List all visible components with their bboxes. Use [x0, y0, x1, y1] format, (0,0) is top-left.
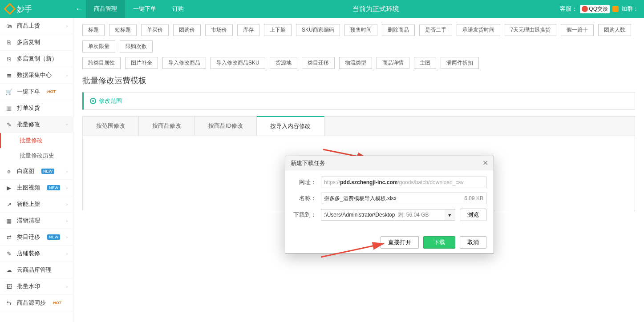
tag[interactable]: SKU商家编码 — [296, 24, 340, 36]
tag[interactable]: 单次限量 — [82, 40, 115, 52]
sidebar-item-1[interactable]: ⎘多店复制 — [0, 34, 73, 51]
sidebar-icon: 🖼 — [5, 283, 12, 290]
tag[interactable]: 团购价 — [173, 24, 201, 36]
sidebar-icon: ▥ — [5, 105, 12, 112]
svg-line-2 — [321, 244, 383, 257]
nav-order[interactable]: 一键下单 — [125, 0, 164, 18]
close-icon[interactable]: ✕ — [482, 156, 488, 170]
new-badge: NEW — [47, 185, 60, 190]
tag[interactable]: 承诺发货时间 — [457, 24, 500, 36]
sidebar-icon: ✎ — [5, 121, 12, 128]
name-label: 名称： — [292, 194, 316, 202]
sidebar-icon: 🛍 — [5, 23, 12, 29]
sidebar-item-4[interactable]: 🛒一键下单HOT — [0, 84, 73, 100]
tag[interactable]: 假一赔十 — [561, 24, 594, 36]
download-dialog: 新建下载任务 ✕ 网址： https://pdd.szchengji-inc.c… — [285, 156, 494, 254]
tag[interactable]: 货源地 — [270, 57, 297, 69]
target-icon — [90, 98, 96, 104]
sidebar-item-13[interactable]: ☁云商品库管理 — [0, 262, 73, 278]
sidebar-icon: ✎ — [5, 250, 12, 257]
tag[interactable]: 主图 — [414, 57, 436, 69]
chevron-down-icon: ▾ — [448, 212, 451, 218]
tag[interactable]: 标题 — [82, 24, 105, 36]
tab-2[interactable]: 按商品ID修改 — [195, 117, 257, 136]
nav-products[interactable]: 商品管理 — [86, 0, 125, 18]
sidebar-subitem-0[interactable]: 批量修改 — [0, 133, 73, 148]
sidebar-item-15[interactable]: ⇆商品源同步HOT — [0, 295, 73, 311]
tag[interactable]: 导入修改商品 — [162, 57, 206, 69]
dialog-title: 新建下载任务 — [291, 156, 325, 170]
env-label: 当前为正式环境 — [192, 5, 560, 13]
group-label: 加群： — [621, 5, 639, 13]
hot-badge: HOT — [47, 89, 56, 94]
chevron-right-icon: › — [66, 24, 68, 28]
tag[interactable]: 删除商品 — [382, 24, 415, 36]
tab-3[interactable]: 按导入内容修改 — [257, 116, 324, 136]
tab-1[interactable]: 按商品修改 — [139, 117, 195, 136]
chevron-right-icon: › — [66, 169, 68, 174]
tag[interactable]: 单买价 — [141, 24, 169, 36]
tag[interactable]: 图片补全 — [125, 57, 158, 69]
section-scope: 修改范围 — [82, 92, 635, 110]
sidebar-icon: ⌾ — [5, 168, 12, 175]
sidebar-item-12[interactable]: ✎店铺装修› — [0, 246, 73, 262]
tag[interactable]: 物流类型 — [339, 57, 372, 69]
sidebar-icon: ≣ — [5, 72, 12, 79]
tag[interactable]: 导入修改商品SKU — [211, 57, 265, 69]
chevron-right-icon: › — [66, 218, 68, 223]
tag[interactable]: 预售时间 — [344, 24, 377, 36]
dest-label: 下载到： — [292, 211, 316, 219]
tag[interactable]: 短标题 — [109, 24, 137, 36]
cancel-button[interactable]: 取消 — [460, 236, 486, 249]
tag[interactable]: 上下架 — [264, 24, 292, 36]
tag[interactable]: 满两件折扣 — [441, 57, 479, 69]
tag[interactable]: 库存 — [237, 24, 259, 36]
tag[interactable]: 限购次数 — [120, 40, 153, 52]
sidebar-item-5[interactable]: ▥打单发货 — [0, 100, 73, 117]
tag[interactable]: 团购人数 — [598, 24, 631, 36]
chevron-right-icon: › — [65, 124, 69, 125]
dest-input[interactable]: :\Users\Administrator\Desktop 剩: 56.04 G… — [321, 209, 445, 221]
logo: 妙手 — [0, 4, 73, 14]
sidebar-item-0[interactable]: 🛍商品上货› — [0, 18, 73, 34]
sidebar-item-6[interactable]: ✎批量修改› — [0, 117, 73, 133]
tag[interactable]: 7天无理由退换货 — [505, 24, 557, 36]
tag[interactable]: 市场价 — [205, 24, 233, 36]
sidebar-item-11[interactable]: ⇄类目迁移NEW› — [0, 229, 73, 246]
status-icon — [612, 6, 619, 12]
url-input[interactable]: https://pdd.szchengji-inc.com/goods/batc… — [321, 177, 486, 188]
logo-icon — [4, 3, 16, 15]
tag[interactable]: 跨类目属性 — [82, 57, 121, 69]
dest-dropdown-button[interactable]: ▾ — [445, 209, 455, 221]
sidebar-item-8[interactable]: ▶主图视频NEW› — [0, 180, 73, 196]
chevron-right-icon: › — [66, 251, 68, 256]
nav-purchase[interactable]: 订购 — [164, 0, 192, 18]
sidebar-icon: ⎘ — [5, 39, 12, 46]
url-label: 网址： — [292, 178, 316, 186]
sidebar-icon: ↗ — [5, 201, 12, 208]
qq-chat-button[interactable]: QQ交谈 — [580, 5, 610, 13]
sidebar-item-10[interactable]: ▦滞销清理› — [0, 213, 73, 229]
tabs: 按范围修改按商品修改按商品ID修改按导入内容修改 — [82, 116, 635, 136]
hot-badge: HOT — [53, 301, 61, 305]
sidebar-item-3[interactable]: ≣数据采集中心› — [0, 67, 73, 84]
tag[interactable]: 类目迁移 — [302, 57, 335, 69]
sidebar-item-14[interactable]: 🖼批量水印› — [0, 278, 73, 295]
name-input[interactable]: 拼多多_运费模板导入模板.xlsx 6.09 KB — [321, 193, 486, 204]
sidebar-item-9[interactable]: ↗智能上架› — [0, 196, 73, 213]
sidebar-icon: ▦ — [5, 217, 12, 224]
sidebar-icon: 🛒 — [5, 89, 12, 95]
sidebar-subitem-1[interactable]: 批量修改历史 — [0, 148, 73, 163]
page-title: 批量修改运费模板 — [82, 75, 635, 86]
browse-button[interactable]: 浏览 — [460, 209, 486, 221]
tag[interactable]: 是否二手 — [419, 24, 452, 36]
download-button[interactable]: 下载 — [423, 236, 455, 249]
sidebar-item-7[interactable]: ⌾白底图NEW› — [0, 163, 73, 180]
tab-0[interactable]: 按范围修改 — [83, 117, 139, 136]
tag[interactable]: 商品详情 — [377, 57, 409, 69]
back-button[interactable]: ← — [73, 4, 86, 14]
header-right: 客服： QQ交谈 加群： — [560, 5, 644, 13]
sidebar-item-2[interactable]: ⎘多店复制（新） — [0, 51, 73, 67]
qq-icon — [582, 6, 588, 12]
dialog-body: 网址： https://pdd.szchengji-inc.com/goods/… — [285, 170, 494, 232]
